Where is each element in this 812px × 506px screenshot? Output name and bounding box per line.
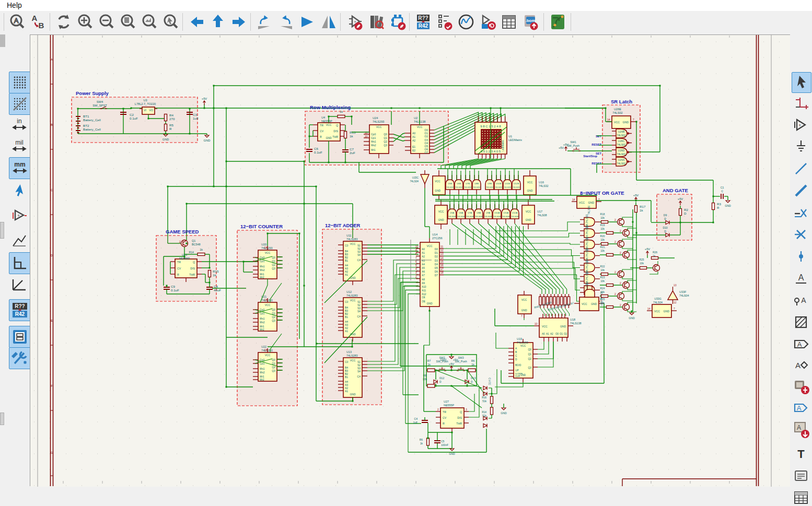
svg-text:SW4: SW4 [97,100,103,103]
svg-text:Q1: Q1 [384,136,387,139]
svg-text:2: 2 [437,408,439,411]
svg-text:CLR: CLR [515,375,520,378]
svg-text:VCC: VCC [427,244,433,248]
svg-text:U6B: U6B [457,182,461,185]
svg-text:+: + [17,213,20,218]
svg-text:2: 2 [614,218,616,221]
svg-text:GND: GND [663,310,669,313]
svg-text:2: 2 [620,251,621,254]
svg-text:10k: 10k [600,280,605,283]
svg-text:GND: GND [163,138,169,141]
svg-text:BT1: BT1 [83,114,89,118]
svg-text:O0: O0 [555,333,559,335]
svg-text:Ms1: Ms1 [371,140,376,143]
svg-text:10k: 10k [600,217,605,219]
svg-text:U26E: U26E [614,108,621,111]
svg-text:OE: OE [422,300,425,303]
svg-text:7: 7 [633,118,634,121]
svg-text:1k: 1k [213,273,216,277]
svg-text:BO/D: BO/D [515,364,521,367]
svg-text:GND: GND [204,139,211,142]
svg-text:GND: GND [725,204,731,207]
svg-text:51k: 51k [482,400,486,403]
svg-text:A1: A1 [412,135,415,138]
svg-text:GND: GND [449,452,455,455]
svg-text:GND: GND [527,189,533,192]
svg-text:A11: A11 [422,289,426,292]
svg-text:C6: C6 [314,147,318,150]
svg-text:R??: R?? [418,15,428,21]
svg-text:D: D [664,230,666,233]
svg-text:R23: R23 [600,276,605,279]
svg-text:R19: R19 [600,224,605,227]
svg-text:VCC: VCC [527,181,533,184]
svg-text:GND: GND [520,374,526,376]
svg-text:T: T [797,448,805,461]
svg-text:C2: C2 [130,113,134,116]
svg-text:74LS08: 74LS08 [466,215,474,218]
svg-text:VCC: VCC [326,123,332,126]
svg-text:U15C: U15C [412,176,419,179]
svg-text:14: 14 [264,246,268,249]
svg-text:Q: Q [193,261,195,264]
svg-text:BT2: BT2 [83,124,89,127]
svg-text:D: D [684,211,687,215]
svg-text:D3: D3 [435,260,438,262]
svg-text:74LS283: 74LS283 [346,354,358,357]
svg-text:74LS32: 74LS32 [486,186,494,189]
svg-text:40uF: 40uF [214,288,221,292]
svg-text:O3: O3 [424,138,428,142]
svg-text:VI: VI [144,109,146,112]
svg-text:74LS283: 74LS283 [346,294,358,297]
svg-text:74LS02: 74LS02 [617,134,625,137]
svg-text:D2: D2 [435,255,438,258]
svg-text:GND: GND [622,121,629,124]
svg-text:10k: 10k [640,262,644,265]
svg-text:A2: A2 [412,139,415,142]
svg-text:F: F [51,384,53,387]
svg-text:CE: CE [422,296,425,299]
svg-text:R4: R4 [169,113,173,117]
svg-text:R42: R42 [15,311,25,317]
svg-text:14: 14 [440,256,444,260]
svg-text:DIS: DIS [333,130,338,133]
svg-text:A2: A2 [550,333,553,335]
svg-text:1k: 1k [350,134,353,138]
svg-text:SW_Push: SW_Push [567,144,579,147]
svg-text:A: A [797,404,802,412]
svg-text:Q1: Q1 [528,353,532,356]
svg-text:C4: C4 [357,315,361,318]
svg-text:74LS04: 74LS04 [653,301,663,304]
svg-text:A: A [51,58,53,61]
svg-text:Q2: Q2 [272,263,275,266]
svg-text:GND: GND [350,393,356,396]
svg-text:U1: U1 [508,135,512,138]
svg-text:D0: D0 [435,248,438,251]
svg-text:Q1: Q1 [192,239,195,242]
svg-text:74LS30: 74LS30 [587,206,590,215]
svg-text:74LS283: 74LS283 [346,238,358,241]
svg-text:1k: 1k [427,363,431,366]
svg-text:C8: C8 [214,285,218,288]
svg-text:U33F: U33F [679,290,687,293]
svg-text:A3: A3 [422,260,425,262]
svg-text:Q0: Q0 [272,308,275,311]
svg-text:2: 2 [620,281,621,285]
svg-text:A10: A10 [422,286,426,288]
svg-text:A1: A1 [345,390,348,393]
svg-text:SW1: SW1 [570,140,576,144]
svg-text:A2: A2 [422,255,425,258]
svg-text:D: D [664,217,666,220]
svg-text:U26B: U26B [618,130,625,133]
svg-text:Row Multiplexing: Row Multiplexing [310,104,351,110]
svg-text:U18: U18 [570,318,575,321]
svg-text:SET: SET [596,135,601,138]
svg-text:RESET: RESET [591,143,601,146]
svg-text:R18: R18 [600,213,605,216]
svg-text:R: R [169,127,172,131]
svg-text:270: 270 [169,117,175,121]
svg-text:S4: S4 [357,370,361,373]
svg-text:10k: 10k [600,239,605,241]
svg-text:A: A [795,361,801,370]
svg-text:GND: GND [629,316,635,320]
